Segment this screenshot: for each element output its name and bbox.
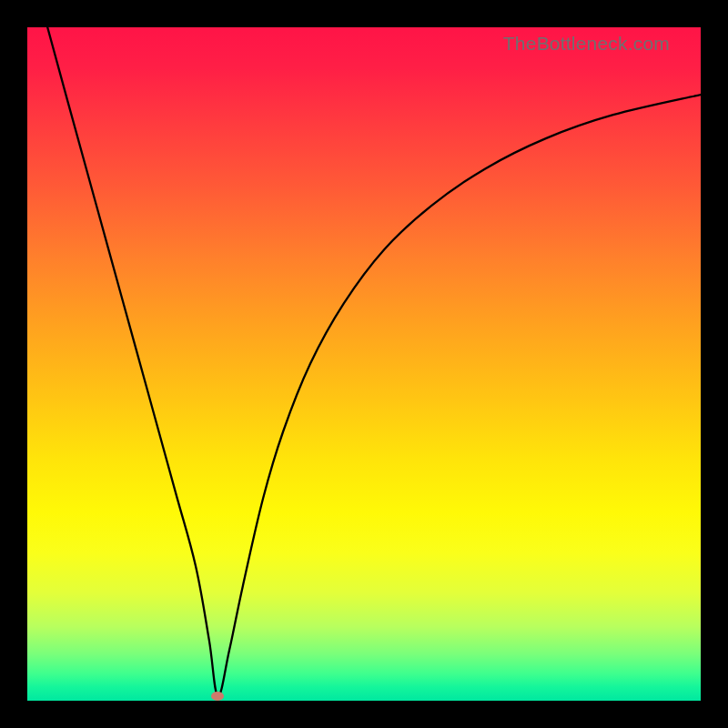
bottleneck-curve (47, 27, 701, 696)
chart-frame: TheBottleneck.com (0, 0, 728, 728)
plot-area: TheBottleneck.com (27, 27, 701, 701)
curve-svg (27, 27, 701, 701)
optimal-point-marker (211, 692, 224, 701)
